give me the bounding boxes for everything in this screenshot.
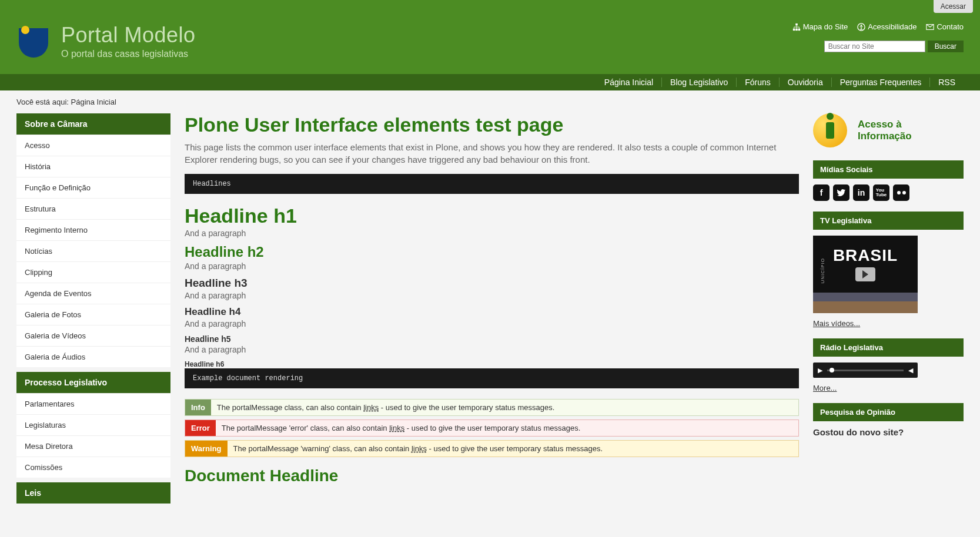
sidebar-item-clipping[interactable]: Clipping xyxy=(16,261,170,283)
info-access-box[interactable]: Acesso à Informação xyxy=(813,113,964,147)
sidebar-item-acesso[interactable]: Acesso xyxy=(16,135,170,156)
twitter-icon[interactable] xyxy=(833,184,849,201)
left-sidebar: Sobre a Câmara Acesso História Função e … xyxy=(16,113,170,508)
flickr-icon[interactable] xyxy=(893,184,909,201)
site-header: Portal Modelo O portal das casas legisla… xyxy=(0,13,980,74)
msg-label-error: Error xyxy=(185,420,216,436)
paragraph: And a paragraph xyxy=(185,319,799,328)
linkedin-icon[interactable]: in xyxy=(853,184,869,201)
play-icon xyxy=(855,267,875,281)
document-headline: Document Headline xyxy=(185,466,799,485)
headline-h3: Headline h3 xyxy=(185,277,799,290)
msg-label-warning: Warning xyxy=(185,441,228,457)
page-title: Plone User Interface elements test page xyxy=(185,113,799,136)
breadcrumb-home[interactable]: Página Inicial xyxy=(71,98,116,106)
audio-progress[interactable] xyxy=(827,370,904,371)
paragraph: And a paragraph xyxy=(185,229,799,238)
svg-rect-0 xyxy=(795,23,798,25)
sidebar-section-leis[interactable]: Leis xyxy=(16,482,170,504)
sidebar-item-noticias[interactable]: Notícias xyxy=(16,240,170,261)
sitemap-link[interactable]: Mapa do Site xyxy=(792,22,848,31)
sidebar-item-fotos[interactable]: Galeria de Fotos xyxy=(16,304,170,325)
sidebar-item-historia[interactable]: História xyxy=(16,156,170,177)
code-block-example: Example document rendering xyxy=(185,368,799,388)
nav-forums[interactable]: Fóruns xyxy=(737,78,780,87)
headline-h4: Headline h4 xyxy=(185,306,799,318)
nav-ouvidoria[interactable]: Ouvidoria xyxy=(780,78,832,87)
poll-question: Gostou do novo site? xyxy=(813,427,964,437)
paragraph: And a paragraph xyxy=(185,291,799,300)
access-button[interactable]: Acessar xyxy=(934,0,973,13)
sidebar-item-mesa[interactable]: Mesa Diretora xyxy=(16,435,170,457)
contact-link[interactable]: Contato xyxy=(926,22,964,31)
svg-rect-2 xyxy=(795,28,798,31)
info-icon xyxy=(813,113,847,147)
sidebar-item-agenda[interactable]: Agenda de Eventos xyxy=(16,283,170,304)
portal-message-info: Info The portalMessage class, can also c… xyxy=(185,399,799,416)
nav-blog[interactable]: Blog Legislativo xyxy=(662,78,737,87)
sidebar-item-funcao[interactable]: Função e Definição xyxy=(16,177,170,198)
sidebar-item-parlamentares[interactable]: Parlamentares xyxy=(16,393,170,414)
portal-message-warning: Warning The portalMessage 'warning' clas… xyxy=(185,440,799,457)
paragraph: And a paragraph xyxy=(185,261,799,271)
audio-player[interactable]: ▶ ◀ xyxy=(813,363,918,378)
nav-faq[interactable]: Perguntas Frequentes xyxy=(832,78,931,87)
more-videos-link[interactable]: Mais vídeos... xyxy=(813,319,964,328)
site-title: Portal Modelo xyxy=(61,23,196,48)
page-description: This page lists the common user interfac… xyxy=(185,141,799,166)
radio-portlet-header: Rádio Legislativa xyxy=(813,338,964,357)
headline-h2: Headline h2 xyxy=(185,244,799,260)
code-block-headlines: Headlines xyxy=(185,174,799,194)
sidebar-section-processo[interactable]: Processo Legislativo xyxy=(16,372,170,393)
search-input[interactable] xyxy=(824,41,925,52)
poll-portlet-header: Pesquisa de Opinião xyxy=(813,403,964,421)
nav-home[interactable]: Página Inicial xyxy=(596,78,662,87)
site-logo[interactable] xyxy=(16,22,51,60)
headline-h6: Headline h6 xyxy=(185,360,799,368)
youtube-icon[interactable]: YouTube xyxy=(873,184,889,201)
volume-icon[interactable]: ◀ xyxy=(908,367,913,374)
site-subtitle: O portal das casas legislativas xyxy=(61,49,196,59)
msg-warning-link[interactable]: links xyxy=(412,444,427,453)
tv-portlet-header: TV Legislativa xyxy=(813,212,964,230)
nav-rss[interactable]: RSS xyxy=(930,78,964,87)
msg-info-link[interactable]: links xyxy=(363,403,379,412)
social-portlet-header: Mídias Sociais xyxy=(813,160,964,179)
main-content: Plone User Interface elements test page … xyxy=(185,113,799,508)
msg-label-info: Info xyxy=(185,400,211,415)
tv-video-thumbnail[interactable]: MUNICÍPIO BRASIL xyxy=(813,236,918,313)
sidebar-section-about[interactable]: Sobre a Câmara xyxy=(16,113,170,135)
more-radio-link[interactable]: More... xyxy=(813,384,964,392)
facebook-icon[interactable]: f xyxy=(813,184,830,201)
sidebar-item-audios[interactable]: Galeria de Áudios xyxy=(16,346,170,367)
headline-h5: Headline h5 xyxy=(185,334,799,344)
right-sidebar: Acesso à Informação Mídias Sociais f in … xyxy=(813,113,964,508)
play-icon[interactable]: ▶ xyxy=(818,367,822,374)
portal-message-error: Error The portalMessage 'error' class, c… xyxy=(185,419,799,437)
sidebar-item-comissoes[interactable]: Comissões xyxy=(16,457,170,478)
sidebar-item-regimento[interactable]: Regimento Interno xyxy=(16,219,170,240)
breadcrumb: Você está aqui: Página Inicial xyxy=(0,90,980,111)
main-nav: Página Inicial Blog Legislativo Fóruns O… xyxy=(0,74,980,90)
search-button[interactable]: Buscar xyxy=(928,41,964,52)
svg-point-5 xyxy=(861,25,862,26)
paragraph: And a paragraph xyxy=(185,345,799,354)
msg-error-link[interactable]: links xyxy=(389,424,404,432)
sidebar-item-videos[interactable]: Galeria de Vídeos xyxy=(16,325,170,346)
svg-rect-3 xyxy=(798,28,800,31)
sidebar-item-legislaturas[interactable]: Legislaturas xyxy=(16,414,170,435)
headline-h1: Headline h1 xyxy=(185,204,799,227)
accessibility-link[interactable]: Acessibilidade xyxy=(857,22,917,31)
sidebar-item-estrutura[interactable]: Estrutura xyxy=(16,198,170,219)
svg-rect-1 xyxy=(793,28,795,31)
